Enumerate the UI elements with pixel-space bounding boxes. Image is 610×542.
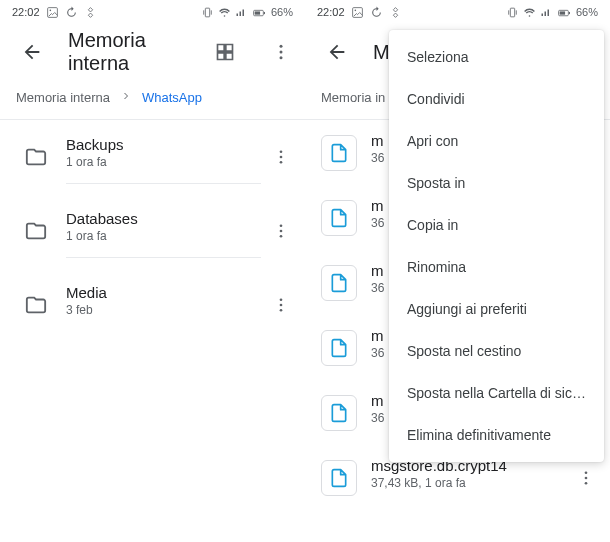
screen-right: 22:02 66% Me Memoria in m36 m36 [305, 0, 610, 542]
item-more-button[interactable] [566, 458, 606, 498]
item-meta: 3 feb [66, 303, 261, 317]
overflow-menu-button[interactable] [261, 32, 301, 72]
page-title: Memoria interna [68, 29, 189, 75]
status-battery: 66% [576, 6, 598, 18]
folder-icon [16, 137, 56, 177]
menu-delete[interactable]: Elimina definitivamente [389, 414, 604, 456]
item-meta: 1 ora fa [66, 229, 261, 243]
vibrate-icon [506, 6, 519, 19]
nearby-icon [84, 6, 97, 19]
menu-trash[interactable]: Sposta nel cestino [389, 330, 604, 372]
menu-copy-to[interactable]: Copia in [389, 204, 604, 246]
status-bar: 22:02 66% [0, 0, 305, 24]
status-time: 22:02 [12, 6, 40, 18]
menu-favorite[interactable]: Aggiungi ai preferiti [389, 288, 604, 330]
menu-select[interactable]: Seleziona [389, 36, 604, 78]
back-button[interactable] [12, 32, 52, 72]
view-grid-button[interactable] [205, 32, 245, 72]
wifi-icon [218, 6, 231, 19]
breadcrumb-root[interactable]: Memoria in [321, 90, 385, 105]
context-menu: Seleziona Condividi Apri con Sposta in C… [389, 30, 604, 462]
sync-icon [65, 6, 78, 19]
item-more-button[interactable] [261, 211, 301, 251]
menu-open-with[interactable]: Apri con [389, 120, 604, 162]
file-icon [321, 330, 357, 366]
item-name: Media [66, 284, 261, 301]
screen-left: 22:02 66% Memoria interna Memoria intern… [0, 0, 305, 542]
file-icon [321, 200, 357, 236]
signal-icon [540, 6, 552, 18]
file-icon [321, 135, 357, 171]
file-icon [321, 460, 357, 496]
nearby-icon [389, 6, 402, 19]
item-name: Backups [66, 136, 261, 153]
item-more-button[interactable] [261, 137, 301, 177]
file-icon [321, 265, 357, 301]
folder-icon [16, 211, 56, 251]
breadcrumb-current[interactable]: WhatsApp [142, 90, 202, 105]
signal-icon [235, 6, 247, 18]
breadcrumb-root[interactable]: Memoria interna [16, 90, 110, 105]
list-item[interactable]: Backups 1 ora fa [0, 120, 305, 194]
image-icon [351, 6, 364, 19]
list-item[interactable]: Databases 1 ora fa [0, 194, 305, 268]
status-battery: 66% [271, 6, 293, 18]
file-list: Backups 1 ora fa Databases 1 ora fa Medi… [0, 120, 305, 341]
battery-icon [251, 6, 267, 19]
item-more-button[interactable] [261, 285, 301, 325]
file-icon [321, 395, 357, 431]
app-bar: Memoria interna [0, 24, 305, 80]
menu-share[interactable]: Condividi [389, 78, 604, 120]
item-meta: 37,43 kB, 1 ora fa [371, 476, 566, 490]
item-name: Databases [66, 210, 261, 227]
back-button[interactable] [317, 32, 357, 72]
item-meta: 1 ora fa [66, 155, 261, 169]
folder-icon [16, 285, 56, 325]
wifi-icon [523, 6, 536, 19]
menu-move-to[interactable]: Sposta in [389, 162, 604, 204]
status-time: 22:02 [317, 6, 345, 18]
status-bar: 22:02 66% [305, 0, 610, 24]
list-item[interactable]: Media 3 feb [0, 268, 305, 341]
sync-icon [370, 6, 383, 19]
breadcrumb: Memoria interna WhatsApp [0, 80, 305, 120]
vibrate-icon [201, 6, 214, 19]
image-icon [46, 6, 59, 19]
chevron-right-icon [120, 90, 132, 105]
menu-secure[interactable]: Sposta nella Cartella di sicurezza [389, 372, 604, 414]
menu-rename[interactable]: Rinomina [389, 246, 604, 288]
battery-icon [556, 6, 572, 19]
